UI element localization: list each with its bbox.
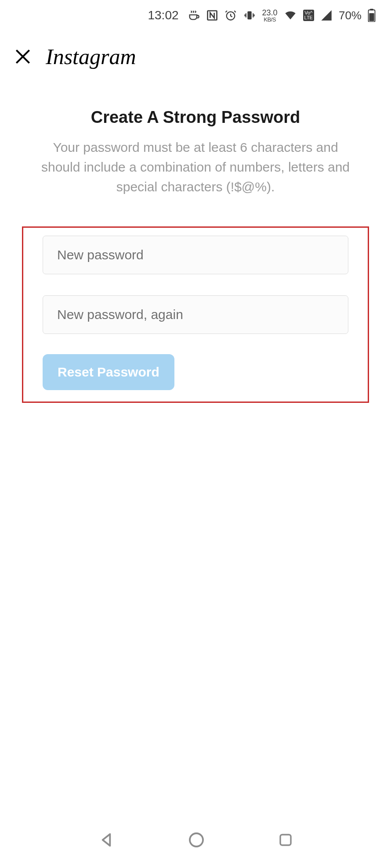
battery-icon	[368, 9, 376, 22]
nav-recent-button[interactable]	[278, 832, 293, 850]
app-header: Instagram	[0, 31, 391, 74]
svg-rect-7	[280, 835, 291, 845]
data-rate-indicator: 23.0 KB/S	[262, 9, 278, 22]
coffee-icon	[188, 9, 200, 22]
reset-password-button[interactable]: Reset Password	[43, 354, 174, 390]
page-subtitle: Your password must be at least 6 charact…	[24, 137, 367, 197]
nav-home-button[interactable]	[188, 831, 205, 850]
battery-percent: 70%	[339, 9, 362, 22]
new-password-input[interactable]	[43, 236, 348, 274]
signal-icon	[320, 9, 333, 22]
status-bar: 13:02 23.	[0, 0, 391, 31]
svg-rect-4	[370, 9, 373, 11]
nav-back-button[interactable]	[98, 831, 115, 850]
data-rate-value: 23.0	[262, 9, 278, 17]
nfc-icon	[206, 9, 218, 22]
svg-rect-5	[369, 13, 374, 21]
status-icons: 23.0 KB/S Vo^ LTE 70%	[188, 9, 376, 22]
instagram-logo: Instagram	[46, 44, 136, 69]
page-title: Create A Strong Password	[24, 108, 367, 127]
status-time: 13:02	[148, 8, 178, 22]
data-rate-unit: KB/S	[264, 17, 276, 22]
volte-bottom: LTE	[304, 15, 313, 20]
main-content: Create A Strong Password Your password m…	[0, 74, 391, 197]
alarm-icon	[224, 9, 237, 22]
wifi-icon	[284, 9, 297, 22]
confirm-password-input[interactable]	[43, 295, 348, 334]
svg-point-6	[190, 833, 203, 846]
home-circle-icon	[188, 831, 205, 849]
back-triangle-icon	[98, 831, 115, 849]
recent-square-icon	[278, 832, 293, 848]
vibrate-icon	[243, 9, 256, 22]
close-button[interactable]	[13, 47, 33, 66]
svg-rect-2	[247, 11, 251, 20]
close-icon	[13, 47, 33, 66]
password-form-highlight: Reset Password	[22, 226, 369, 403]
volte-indicator: Vo^ LTE	[303, 10, 314, 21]
android-nav-bar	[0, 820, 391, 868]
